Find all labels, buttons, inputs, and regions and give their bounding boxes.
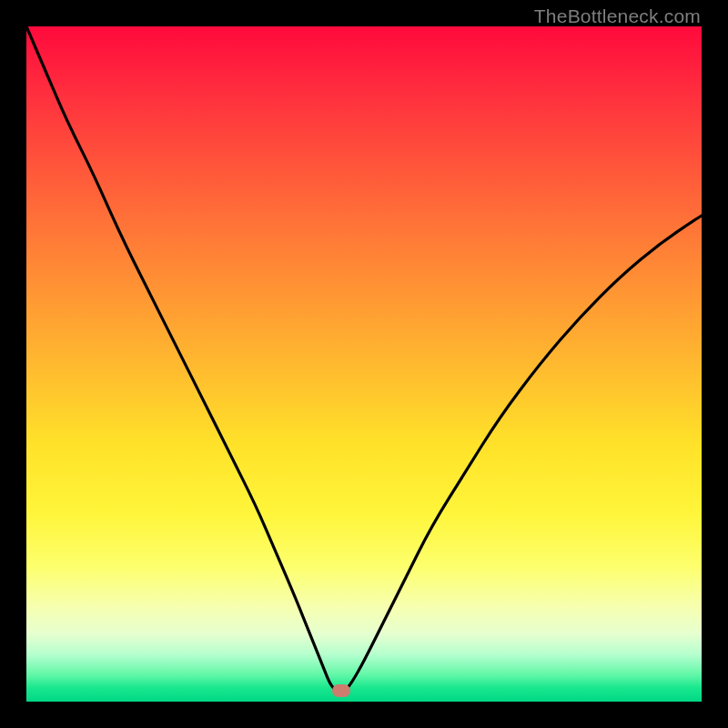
bottleneck-curve bbox=[26, 26, 702, 702]
chart-plot-area bbox=[26, 26, 702, 702]
page-frame: TheBottleneck.com bbox=[0, 0, 728, 728]
attribution-text: TheBottleneck.com bbox=[534, 5, 701, 27]
optimal-point-marker bbox=[332, 684, 350, 697]
